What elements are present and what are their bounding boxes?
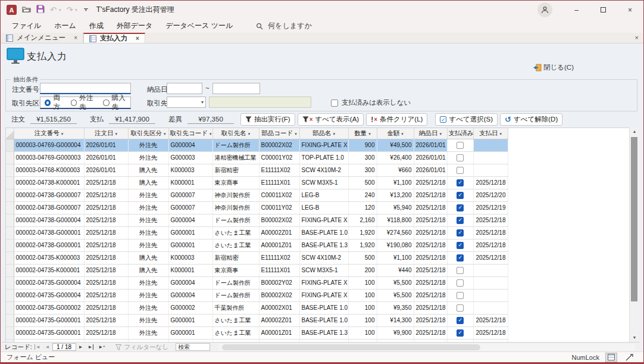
cell[interactable]: G000001	[168, 314, 212, 326]
cell[interactable]: 2025/12/19	[473, 201, 508, 214]
delivery-date-to-input[interactable]	[212, 83, 260, 94]
table-row[interactable]: 000002-04735-G0000012025/12/18外注先G000001…	[6, 326, 508, 339]
maximize-button[interactable]	[590, 1, 617, 19]
cell[interactable]: さいたま工業	[212, 226, 259, 239]
cell[interactable]: 000003-04769-G000004	[14, 139, 84, 151]
cell[interactable]: 2025/12/18	[414, 326, 447, 339]
cell[interactable]: B00002Y02	[259, 276, 299, 289]
cell[interactable]: 2025/12/18	[414, 201, 447, 214]
cell[interactable]: G000007	[168, 201, 212, 214]
cell[interactable]: LEG-B	[299, 189, 348, 201]
col-header-vendor-type[interactable]: 取引先区分▾	[128, 128, 168, 139]
cell[interactable]: 2025/12/18	[84, 276, 128, 289]
paid-checkbox-checked[interactable]	[457, 229, 464, 237]
cell[interactable]: 2026/01/01	[414, 151, 447, 164]
cell[interactable]: G000004	[168, 289, 212, 301]
cell[interactable]: SCW 4X10M-2	[299, 251, 348, 264]
cell[interactable]: 2025/12/18	[473, 326, 508, 339]
cell[interactable]: 120	[348, 201, 377, 214]
cell[interactable]: 東京商事	[212, 176, 259, 189]
cell[interactable]: ¥440	[377, 264, 414, 276]
close-form-button[interactable]: 閉じる(C)	[533, 63, 574, 72]
cell[interactable]: 000002-04735-G000001	[14, 326, 84, 339]
table-row[interactable]: 000002-04738-G0000042025/12/18外注先G000004…	[6, 214, 508, 226]
col-header-order-date[interactable]: 注文日▾	[84, 128, 128, 139]
paid-checkbox-cell[interactable]	[447, 176, 473, 189]
cell[interactable]: 000002-04735-G000004	[14, 289, 84, 301]
cell[interactable]: 外注先	[128, 276, 168, 289]
cell[interactable]: 2025/12/18	[414, 226, 447, 239]
cell[interactable]: 東京商事	[212, 264, 259, 276]
sort-dropdown-icon[interactable]: ▾	[439, 132, 442, 136]
cell[interactable]: 2025/12/18	[414, 301, 447, 314]
cell[interactable]: 1,920	[348, 226, 377, 239]
vertical-scrollbar[interactable]: ▲ ▼	[629, 127, 639, 342]
hide-paid-checkbox-row[interactable]: 支払済みは表示しない	[331, 98, 411, 107]
table-row[interactable]: 000002-04735-G0000042025/12/18外注先G000004…	[6, 276, 508, 289]
record-selector[interactable]	[6, 264, 14, 276]
cell[interactable]: 2025/12/18	[414, 276, 447, 289]
cell[interactable]: 100	[348, 289, 377, 301]
design-view-icon[interactable]	[623, 353, 635, 362]
cell[interactable]: 購入先	[128, 251, 168, 264]
cell[interactable]: 000002-04738-G000007	[14, 189, 84, 201]
paid-checkbox-cell[interactable]	[447, 289, 473, 301]
cell[interactable]: E11111X02	[259, 251, 299, 264]
cell[interactable]: 000002-04735-K000003	[14, 251, 84, 264]
record-position-input[interactable]	[52, 343, 76, 351]
record-selector[interactable]	[6, 251, 14, 264]
ribbon-tab-database-tools[interactable]: データベース ツール	[159, 19, 239, 33]
cell[interactable]: E11111X02	[259, 164, 299, 176]
tell-me-box[interactable]: 何をしますか	[256, 21, 311, 31]
sort-dropdown-icon[interactable]: ▾	[295, 132, 297, 136]
table-row[interactable]: 000003-04768-K0000032026/01/01購入先K000003…	[6, 164, 508, 176]
paid-checkbox-cell[interactable]	[447, 164, 473, 176]
cell[interactable]: A00001Z01	[259, 239, 299, 251]
cell[interactable]: 2025/12/18	[473, 176, 508, 189]
cell[interactable]: G000001	[168, 239, 212, 251]
record-search-input[interactable]	[176, 343, 210, 351]
cell[interactable]: G000004	[168, 214, 212, 226]
cell[interactable]: A00001Z01	[259, 326, 299, 339]
paid-checkbox-checked[interactable]	[457, 329, 464, 337]
ribbon-tab-home[interactable]: ホーム	[48, 19, 83, 33]
redo-caret-icon[interactable]: ▾	[75, 8, 77, 13]
cell[interactable]: 新宿精密	[212, 251, 259, 264]
redo-icon[interactable]: ↷	[66, 5, 73, 14]
table-row[interactable]: 000002-04735-G0000022025/12/18外注先G000002…	[6, 301, 508, 314]
deselect-all-button[interactable]: ↺ すべて解除(D)	[500, 113, 562, 126]
cell[interactable]: ドーム製作所	[212, 276, 259, 289]
cell[interactable]: 000002-04735-G000001	[14, 314, 84, 326]
cell[interactable]: SCW 4X10M-2	[299, 164, 348, 176]
form-view-icon[interactable]	[605, 353, 617, 362]
last-record-button[interactable]: ►	[85, 344, 96, 350]
paid-checkbox-checked[interactable]	[457, 217, 464, 224]
table-row[interactable]: 000002-04738-G0000072025/12/18外注先G000007…	[6, 189, 508, 201]
minimize-button[interactable]: –	[563, 1, 590, 19]
cell[interactable]: 000002-04735-K000001	[14, 264, 84, 276]
cell[interactable]: 100	[348, 314, 377, 326]
sort-dropdown-icon[interactable]: ▾	[368, 132, 371, 136]
cell[interactable]: さいたま工業	[212, 314, 259, 326]
cell[interactable]: ¥26,400	[377, 151, 414, 164]
table-row[interactable]: 000002-04735-G0000012025/12/18外注先G000001…	[6, 314, 508, 326]
cell[interactable]	[473, 289, 508, 301]
hscrollbar-thumb[interactable]	[222, 344, 480, 350]
cell[interactable]: 2025/12/18	[414, 239, 447, 251]
cell[interactable]: 2025/12/18	[84, 176, 128, 189]
table-row[interactable]: 000002-04738-G0000072025/12/18外注先G000007…	[6, 201, 508, 214]
col-header-part-name[interactable]: 部品名▾	[299, 128, 348, 139]
save-icon[interactable]	[36, 5, 45, 15]
vendor-type-option-subcontractor[interactable]: 外注先	[71, 94, 98, 111]
cell[interactable]	[473, 264, 508, 276]
record-selector[interactable]	[6, 226, 14, 239]
cell[interactable]: 300	[348, 151, 377, 164]
cell[interactable]: 2025/12/18	[84, 189, 128, 201]
cell[interactable]: ¥190,080	[377, 239, 414, 251]
cell[interactable]: 2025/12/18	[84, 301, 128, 314]
cell[interactable]: BASE-PLATE 1.0	[299, 314, 348, 326]
cell[interactable]: 2026/01/01	[414, 164, 447, 176]
order-no-input[interactable]	[40, 83, 131, 94]
cell[interactable]: BASE-PLATE 1.3	[299, 239, 348, 251]
close-window-button[interactable]: ×	[617, 1, 643, 19]
